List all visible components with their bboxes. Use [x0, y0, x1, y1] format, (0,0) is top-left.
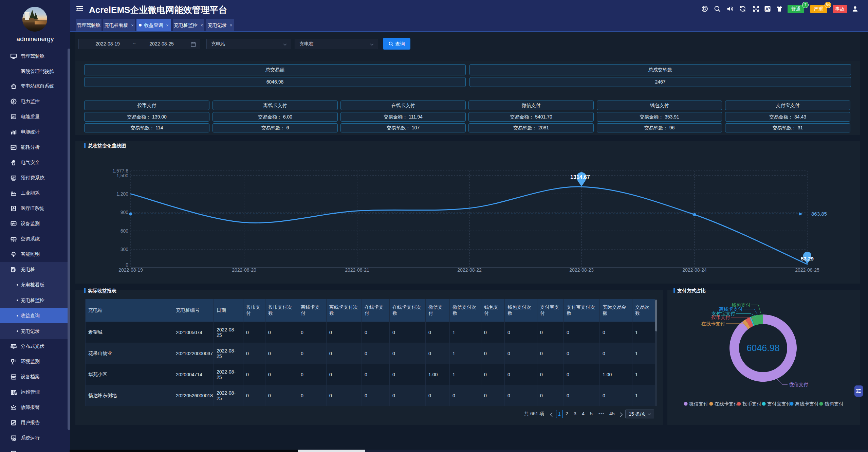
- svg-text:2022-08-19: 2022-08-19: [118, 267, 143, 273]
- svg-text:53.29: 53.29: [801, 256, 814, 261]
- svg-text:微信支付: 微信支付: [689, 401, 708, 406]
- svg-text:投币支付: 投币支付: [711, 314, 730, 320]
- svg-text:2022-08-23: 2022-08-23: [569, 267, 594, 273]
- svg-text:离线卡支付: 离线卡支付: [795, 401, 819, 406]
- svg-text:投币支付: 投币支付: [742, 401, 761, 406]
- svg-text:在线卡支付: 在线卡支付: [701, 321, 725, 326]
- svg-text:微信支付: 微信支付: [789, 382, 808, 387]
- svg-text:863.85: 863.85: [811, 211, 827, 217]
- svg-text:2022-08-20: 2022-08-20: [232, 267, 256, 273]
- svg-text:2022-08-22: 2022-08-22: [457, 267, 482, 273]
- svg-text:1314.67: 1314.67: [570, 174, 590, 180]
- svg-text:600: 600: [121, 228, 129, 234]
- svg-text:2022-08-24: 2022-08-24: [682, 267, 707, 273]
- svg-text:1,500: 1,500: [116, 173, 128, 178]
- svg-text:在线卡支付: 在线卡支付: [714, 401, 738, 406]
- svg-text:6046.98: 6046.98: [746, 343, 780, 353]
- svg-text:300: 300: [121, 247, 129, 252]
- svg-text:2022-08-21: 2022-08-21: [345, 267, 369, 273]
- svg-text:0: 0: [126, 262, 128, 268]
- svg-text:2022-08-25: 2022-08-25: [795, 267, 819, 273]
- svg-text:1,200: 1,200: [116, 191, 128, 197]
- svg-text:支付宝支付: 支付宝支付: [767, 401, 791, 406]
- svg-text:钱包支付: 钱包支付: [825, 401, 844, 406]
- svg-text:900: 900: [121, 210, 129, 215]
